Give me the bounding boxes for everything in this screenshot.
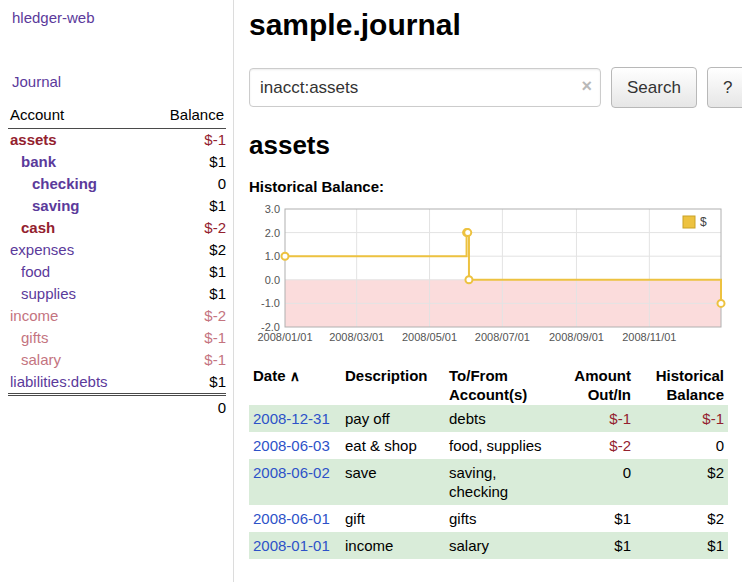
search-box: ×: [249, 68, 601, 107]
register-row: 2008-06-03eat & shopfood, supplies$-20: [249, 432, 728, 459]
search-input[interactable]: [249, 68, 601, 107]
y-tick-label: 2.0: [265, 227, 280, 239]
account-heading: assets: [249, 130, 742, 161]
transaction-date-link[interactable]: 2008-06-03: [253, 437, 330, 454]
account-balance: $1: [146, 371, 226, 395]
account-link[interactable]: gifts: [21, 329, 49, 347]
account-row: assets$-1: [8, 129, 226, 152]
account-row: bank$1: [8, 151, 226, 173]
data-point: [718, 300, 725, 307]
accounts-total-row: 0: [8, 395, 226, 420]
main-content: sample.journal × Search ? assets Histori…: [234, 0, 742, 582]
y-tick-label: 0.0: [265, 274, 280, 286]
account-row: income$-2: [8, 305, 226, 327]
register-header-row: Date ∧ Description To/From Account(s) Am…: [249, 365, 728, 405]
transaction-description: eat & shop: [341, 432, 445, 459]
transaction-date-cell: 2008-12-31: [249, 405, 341, 432]
register-header-date-label: Date: [253, 367, 286, 384]
account-link[interactable]: expenses: [10, 241, 74, 259]
transaction-balance: 0: [635, 432, 728, 459]
data-point: [464, 229, 471, 236]
legend-label: $: [700, 215, 707, 229]
transaction-amount: $1: [551, 532, 635, 559]
clear-search-icon[interactable]: ×: [581, 76, 592, 97]
account-link[interactable]: bank: [21, 153, 56, 171]
account-row: saving$1: [8, 195, 226, 217]
account-balance: $-2: [146, 305, 226, 327]
account-balance: $-1: [146, 327, 226, 349]
account-row: salary$-1: [8, 349, 226, 371]
x-tick-label: 2008/01/01: [257, 331, 312, 343]
account-row: cash$-2: [8, 217, 226, 239]
transaction-balance: $-1: [635, 405, 728, 432]
register-row: 2008-01-01incomesalary$1$1: [249, 532, 728, 559]
transaction-description: income: [341, 532, 445, 559]
register-header-balance: Historical Balance: [635, 365, 728, 405]
account-balance: $1: [146, 151, 226, 173]
account-balance: $2: [146, 239, 226, 261]
y-tick-label: 3.0: [265, 203, 280, 215]
register-table: Date ∧ Description To/From Account(s) Am…: [249, 365, 728, 559]
transaction-amount: $1: [551, 505, 635, 532]
account-link[interactable]: supplies: [21, 285, 76, 303]
sidebar: hledger-web Journal Account Balance asse…: [0, 0, 234, 582]
transaction-date-cell: 2008-01-01: [249, 532, 341, 559]
x-tick-label: 2008/05/01: [402, 331, 457, 343]
search-button[interactable]: Search: [611, 67, 697, 108]
y-tick-label: -1.0: [261, 297, 280, 309]
app: hledger-web Journal Account Balance asse…: [0, 0, 742, 582]
transaction-accounts: saving, checking: [445, 459, 551, 505]
transaction-accounts: debts: [445, 405, 551, 432]
register-row: 2008-06-01giftgifts$1$2: [249, 505, 728, 532]
register-header-date[interactable]: Date ∧: [249, 365, 341, 405]
register-header-description: Description: [341, 365, 445, 405]
account-balance: $1: [146, 261, 226, 283]
account-balance: $1: [146, 195, 226, 217]
account-row: supplies$1: [8, 283, 226, 305]
help-button[interactable]: ?: [707, 67, 742, 108]
transaction-date-link[interactable]: 2008-12-31: [253, 410, 330, 427]
account-balance: $-1: [146, 129, 226, 152]
data-point: [282, 253, 289, 260]
account-link[interactable]: salary: [21, 351, 61, 369]
transaction-date-link[interactable]: 2008-06-01: [253, 510, 330, 527]
account-link[interactable]: checking: [32, 175, 97, 193]
account-link[interactable]: saving: [32, 197, 80, 215]
accounts-total-spacer: [8, 395, 146, 420]
account-link[interactable]: cash: [21, 219, 55, 237]
y-tick-label: 1.0: [265, 250, 280, 262]
register-row: 2008-12-31pay offdebts$-1$-1: [249, 405, 728, 432]
sidebar-item-journal[interactable]: Journal: [0, 73, 233, 90]
account-balance: $1: [146, 283, 226, 305]
transaction-balance: $1: [635, 532, 728, 559]
transaction-accounts: salary: [445, 532, 551, 559]
transaction-amount: 0: [551, 459, 635, 505]
account-balance: 0: [146, 173, 226, 195]
accounts-header-account: Account: [8, 106, 146, 129]
transaction-date-link[interactable]: 2008-06-02: [253, 464, 330, 481]
account-link[interactable]: liabilities:debts: [10, 373, 108, 391]
account-link[interactable]: food: [21, 263, 50, 281]
data-point: [465, 276, 472, 283]
sort-ascending-icon: ∧: [290, 368, 300, 384]
account-link[interactable]: assets: [10, 131, 57, 149]
transaction-accounts: food, supplies: [445, 432, 551, 459]
register-row: 2008-06-02savesaving, checking0$2: [249, 459, 728, 505]
account-row: gifts$-1: [8, 327, 226, 349]
transaction-amount: $-1: [551, 405, 635, 432]
transaction-description: pay off: [341, 405, 445, 432]
transaction-accounts: gifts: [445, 505, 551, 532]
transaction-description: gift: [341, 505, 445, 532]
search-bar: × Search ?: [249, 67, 742, 108]
x-tick-label: 2008/11/01: [622, 331, 676, 343]
x-tick-label: 2008/09/01: [549, 331, 604, 343]
app-title-link[interactable]: hledger-web: [0, 9, 233, 26]
transaction-date-link[interactable]: 2008-01-01: [253, 537, 330, 554]
accounts-header-balance: Balance: [146, 106, 226, 129]
accounts-body: assets$-1bank$1checking0saving$1cash$-2e…: [8, 129, 226, 395]
account-row: liabilities:debts$1: [8, 371, 226, 395]
register-header-amount: Amount Out/In: [551, 365, 635, 405]
account-row: food$1: [8, 261, 226, 283]
account-link[interactable]: income: [10, 307, 58, 325]
x-tick-label: 2008/07/01: [475, 331, 530, 343]
